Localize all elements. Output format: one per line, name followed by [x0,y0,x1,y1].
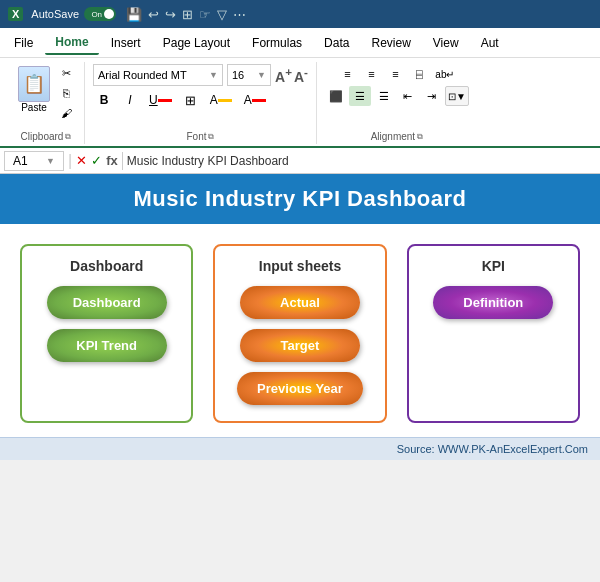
excel-icon: X [8,7,23,21]
formula-divider [122,152,123,170]
clipboard-group: 📋 Paste ✂ ⎘ 🖌 Clipboard ⧉ [8,62,85,144]
formula-icons: ✕ ✓ fx [76,153,118,168]
menu-file[interactable]: File [4,32,43,54]
cell-reference[interactable]: A1 ▼ [4,151,64,171]
alignment-expand-icon[interactable]: ⧉ [417,132,423,142]
fill-indicator [218,99,232,102]
filter-icon[interactable]: ▽ [217,7,227,22]
menu-insert[interactable]: Insert [101,32,151,54]
cancel-formula-icon[interactable]: ✕ [76,153,87,168]
autosave-toggle[interactable]: On [84,7,116,21]
merge-button[interactable]: ⊡▼ [445,86,469,106]
underline-button[interactable]: U [145,89,176,111]
clipboard-expand-icon[interactable]: ⧉ [65,132,71,142]
dashboard-title: Music Industry KPI Dashboard [133,186,466,211]
fill-color-button[interactable]: A [206,89,236,111]
align-bottom-row: ⬛ ☰ ☰ ⇤ ⇥ ⊡▼ [325,86,469,106]
source-bar: Source: WWW.PK-AnExcelExpert.Com [0,437,600,460]
source-text: Source: WWW.PK-AnExcelExpert.Com [397,443,588,455]
title-bar: X AutoSave On 💾 ↩ ↪ ⊞ ☞ ▽ ⋯ [0,0,600,28]
menu-home[interactable]: Home [45,31,98,55]
font-size-arrows: A+ A- [275,65,308,85]
menu-bar: File Home Insert Page Layout Formulas Da… [0,28,600,58]
dashboard-content: Dashboard Dashboard KPI Trend Input shee… [0,224,600,437]
bold-button[interactable]: B [93,89,115,111]
align-top-row: ≡ ≡ ≡ ⌸ ab↵ [336,64,457,84]
align-center-button[interactable]: ☰ [349,86,371,106]
underline-indicator [158,99,172,102]
cell-ref-value: A1 [13,154,28,168]
orientation-button[interactable]: ⌸ [408,64,430,84]
font-size-chevron: ▼ [257,70,266,80]
paste-icon: 📋 [18,66,50,102]
align-middle-button[interactable]: ≡ [360,64,382,84]
copy-button[interactable]: ⎘ [56,84,76,102]
kpi-trend-button[interactable]: KPI Trend [47,329,167,362]
menu-page-layout[interactable]: Page Layout [153,32,240,54]
alignment-group: ≡ ≡ ≡ ⌸ ab↵ ⬛ ☰ ☰ ⇤ ⇥ ⊡▼ Alignment ⧉ [317,62,477,144]
formula-separator: | [68,152,72,170]
alignment-content: ≡ ≡ ≡ ⌸ ab↵ ⬛ ☰ ☰ ⇤ ⇥ ⊡▼ [325,64,469,131]
decrease-indent-button[interactable]: ⇤ [397,86,419,106]
more-icon[interactable]: ⋯ [233,7,246,22]
align-top-button[interactable]: ≡ [336,64,358,84]
dashboard-header: Music Industry KPI Dashboard [0,174,600,224]
borders-button[interactable]: ⊞ [180,89,202,111]
touch-icon[interactable]: ☞ [199,7,211,22]
font-name-value: Arial Rounded MT [98,69,187,81]
font-color-indicator [252,99,266,102]
input-section-title: Input sheets [229,258,370,274]
kpi-section: KPI Definition [407,244,580,423]
font-selector-row: Arial Rounded MT ▼ 16 ▼ A+ A- [93,64,308,86]
decrease-font-button[interactable]: A- [294,65,308,85]
autosave-label: AutoSave [31,8,79,20]
font-color-button[interactable]: A [240,89,270,111]
increase-font-button[interactable]: A+ [275,65,292,85]
toolbar-icons: 💾 ↩ ↪ ⊞ ☞ ▽ ⋯ [126,7,246,22]
dashboard-section-buttons: Dashboard KPI Trend [36,286,177,362]
menu-formulas[interactable]: Formulas [242,32,312,54]
align-right-button[interactable]: ☰ [373,86,395,106]
save-icon[interactable]: 💾 [126,7,142,22]
font-name-selector[interactable]: Arial Rounded MT ▼ [93,64,223,86]
font-expand-icon[interactable]: ⧉ [208,132,214,142]
input-section-buttons: Actual Target Previous Year [229,286,370,405]
clipboard-label: Clipboard ⧉ [21,131,72,142]
alignment-label: Alignment ⧉ [371,131,423,142]
format-painter-button[interactable]: 🖌 [56,104,76,122]
cut-button[interactable]: ✂ [56,64,76,82]
actual-button[interactable]: Actual [240,286,360,319]
confirm-formula-icon[interactable]: ✓ [91,153,102,168]
wrap-text-button[interactable]: ab↵ [432,64,457,84]
autosave-area: AutoSave On [31,7,116,21]
font-size-value: 16 [232,69,244,81]
dashboard-section-title: Dashboard [36,258,177,274]
italic-button[interactable]: I [119,89,141,111]
align-left-button[interactable]: ⬛ [325,86,347,106]
grid-icon[interactable]: ⊞ [182,7,193,22]
dashboard-button[interactable]: Dashboard [47,286,167,319]
menu-review[interactable]: Review [361,32,420,54]
font-format-row: B I U ⊞ A A [93,89,270,111]
input-section: Input sheets Actual Target Previous Year [213,244,386,423]
paste-button[interactable]: 📋 Paste [16,64,52,115]
font-size-selector[interactable]: 16 ▼ [227,64,271,86]
kpi-section-title: KPI [423,258,564,274]
ribbon: 📋 Paste ✂ ⎘ 🖌 Clipboard ⧉ Arial Rounded … [0,58,600,148]
menu-view[interactable]: View [423,32,469,54]
paste-label: Paste [21,102,47,113]
autosave-state: On [91,10,102,19]
undo-icon[interactable]: ↩ [148,7,159,22]
definition-button[interactable]: Definition [433,286,553,319]
target-button[interactable]: Target [240,329,360,362]
font-group: Arial Rounded MT ▼ 16 ▼ A+ A- B I U ⊞ [85,62,317,144]
align-bottom-button[interactable]: ≡ [384,64,406,84]
menu-data[interactable]: Data [314,32,359,54]
insert-function-icon[interactable]: fx [106,153,118,168]
font-content: Arial Rounded MT ▼ 16 ▼ A+ A- B I U ⊞ [93,64,308,131]
dashboard-section: Dashboard Dashboard KPI Trend [20,244,193,423]
menu-auto[interactable]: Aut [471,32,509,54]
increase-indent-button[interactable]: ⇥ [421,86,443,106]
previous-year-button[interactable]: Previous Year [237,372,363,405]
redo-icon[interactable]: ↪ [165,7,176,22]
